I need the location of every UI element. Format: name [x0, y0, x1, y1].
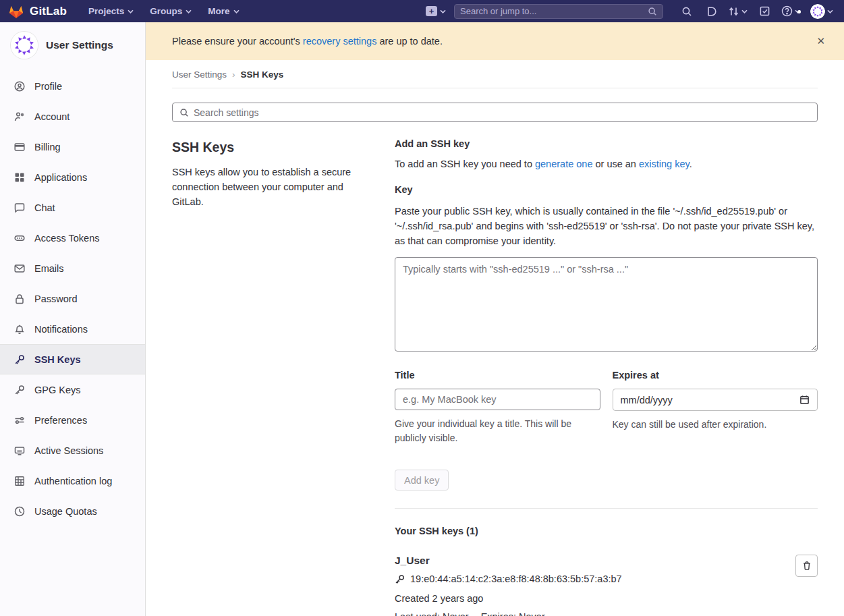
sidebar-item-label: Notifications: [34, 324, 88, 335]
new-menu-button[interactable]: +: [422, 6, 450, 16]
add-key-button[interactable]: Add key: [395, 470, 449, 491]
gitlab-logo[interactable]: GitLab: [8, 3, 67, 19]
sidebar-item-password[interactable]: Password: [0, 283, 145, 314]
ssh-key-textarea[interactable]: [395, 257, 818, 352]
chevron-down-icon: [827, 9, 833, 13]
key-last-used: Last used: Never: [395, 611, 469, 616]
sidebar-item-label: Preferences: [34, 415, 87, 426]
top-navbar: GitLab Projects Groups More +: [0, 0, 844, 22]
sidebar-item-emails[interactable]: Emails: [0, 253, 145, 283]
page-description: SSH keys allow you to establish a secure…: [172, 165, 368, 209]
nav-groups[interactable]: Groups: [143, 0, 198, 22]
help-icon: [781, 5, 793, 17]
help-notification-dot: [797, 10, 801, 13]
sidebar-item-label: Active Sessions: [34, 445, 103, 456]
sidebar-item-preferences[interactable]: Preferences: [0, 405, 145, 435]
alert-close-icon[interactable]: ✕: [812, 32, 829, 50]
sidebar-item-access-tokens[interactable]: Access Tokens: [0, 223, 145, 253]
key-fingerprint: 19:e0:44:a5:14:c2:3a:e8:f8:48:8b:63:5b:5…: [410, 573, 622, 584]
sidebar-title: User Settings: [46, 39, 113, 51]
sidebar-item-label: Applications: [34, 172, 87, 183]
usage-quotas-icon: [14, 506, 25, 517]
delete-key-button[interactable]: [795, 555, 818, 577]
gpg-keys-icon: [14, 385, 25, 395]
sidebar-item-label: Usage Quotas: [34, 506, 97, 517]
alert-text-pre: Please ensure your account's: [172, 36, 303, 47]
sidebar-item-billing[interactable]: Billing: [0, 132, 145, 162]
sidebar-item-label: GPG Keys: [34, 385, 81, 395]
key-created: Created 2 years ago: [395, 593, 795, 604]
calendar-icon[interactable]: [799, 395, 810, 405]
sidebar-item-profile[interactable]: Profile: [0, 71, 145, 101]
notifications-icon: [14, 324, 25, 335]
sidebar-item-usage-quotas[interactable]: Usage Quotas: [0, 496, 145, 526]
sidebar-item-chat[interactable]: Chat: [0, 192, 145, 223]
alert-text: Please ensure your account's recovery se…: [172, 36, 443, 47]
breadcrumb: User Settings › SSH Keys: [172, 60, 818, 88]
sidebar-menu: Profile Account Billing Applications Cha…: [0, 71, 145, 526]
global-search-input[interactable]: [460, 6, 648, 16]
title-field-group: Title Give your individual key a title. …: [395, 370, 600, 445]
title-input[interactable]: [395, 389, 600, 410]
global-search[interactable]: [454, 4, 663, 19]
todos-button[interactable]: [754, 0, 775, 22]
issues-button[interactable]: [701, 0, 721, 22]
search-button[interactable]: [677, 0, 697, 22]
alert-text-post: are up to date.: [376, 36, 443, 47]
sidebar-item-label: Chat: [34, 202, 55, 213]
ssh-keys-icon: [14, 354, 25, 365]
sidebar-item-account[interactable]: Account: [0, 101, 145, 132]
merge-requests-button[interactable]: [725, 6, 750, 17]
key-icon: [395, 574, 405, 584]
recovery-settings-link[interactable]: recovery settings: [303, 36, 377, 47]
section-summary: SSH Keys SSH keys allow you to establish…: [172, 138, 368, 616]
sidebar-item-label: Profile: [34, 81, 62, 92]
nav-groups-label: Groups: [150, 6, 182, 16]
search-icon: [648, 7, 657, 16]
expires-placeholder: mm/dd/yyyy: [621, 395, 673, 405]
user-menu-button[interactable]: [808, 4, 836, 19]
sidebar-item-authentication-log[interactable]: Authentication log: [0, 466, 145, 496]
key-name: J_User: [395, 555, 795, 567]
access-tokens-icon: [14, 233, 25, 244]
sidebar-item-notifications[interactable]: Notifications: [0, 314, 145, 344]
existing-key-link[interactable]: existing key: [639, 159, 690, 169]
intro-pre: To add an SSH key you need to: [395, 159, 535, 169]
expires-field-group: Expires at mm/dd/yyyy Key can still be u…: [613, 370, 818, 445]
chat-icon: [14, 202, 25, 213]
chevron-down-icon: [741, 9, 748, 13]
sidebar-item-label: Authentication log: [34, 476, 112, 486]
intro-mid: or use an: [592, 159, 639, 169]
settings-search-input[interactable]: [194, 107, 810, 118]
key-label: Key: [395, 184, 818, 195]
search-icon: [681, 6, 692, 17]
sidebar-item-applications[interactable]: Applications: [0, 162, 145, 192]
sidebar-item-gpg-keys[interactable]: GPG Keys: [0, 374, 145, 405]
expires-label: Expires at: [613, 370, 818, 381]
nav-more[interactable]: More: [201, 0, 246, 22]
page-title: SSH Keys: [172, 140, 368, 155]
chevron-down-icon: [233, 9, 240, 13]
settings-search[interactable]: [172, 103, 818, 122]
expires-date-input[interactable]: mm/dd/yyyy: [613, 389, 818, 411]
gitlab-fox-icon: [8, 3, 24, 19]
section-form: Add an SSH key To add an SSH key you nee…: [395, 138, 818, 616]
ssh-key-list-item: J_User 19:e0:44:a5:14:c2:3a:e8:f8:48:8b:…: [395, 555, 818, 616]
breadcrumb-parent[interactable]: User Settings: [172, 69, 227, 80]
title-label: Title: [395, 370, 600, 381]
issues-icon: [706, 6, 716, 17]
breadcrumb-separator: ›: [232, 69, 235, 80]
nav-projects[interactable]: Projects: [82, 0, 140, 22]
title-help-text: Give your individual key a title. This w…: [395, 417, 600, 445]
todo-check-icon: [760, 6, 770, 16]
main-content: Please ensure your account's recovery se…: [146, 22, 844, 616]
help-menu-button[interactable]: [779, 5, 804, 17]
plus-icon: +: [426, 6, 437, 16]
sidebar-item-label: Emails: [34, 263, 64, 274]
section-divider: [395, 508, 818, 509]
your-ssh-keys-heading: Your SSH keys (1): [395, 526, 818, 536]
billing-icon: [14, 142, 25, 152]
sidebar-item-ssh-keys[interactable]: SSH Keys: [0, 344, 145, 374]
sidebar-item-active-sessions[interactable]: Active Sessions: [0, 435, 145, 466]
generate-one-link[interactable]: generate one: [535, 159, 592, 169]
